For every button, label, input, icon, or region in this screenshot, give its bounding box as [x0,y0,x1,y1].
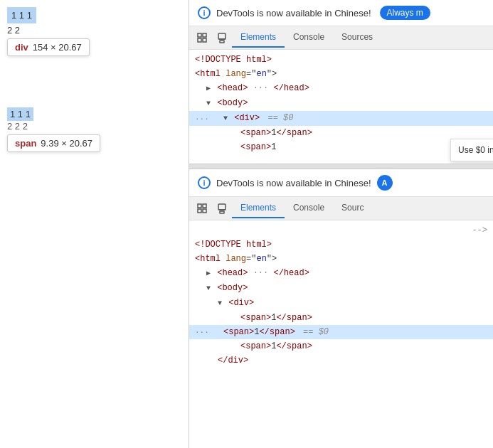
html-line-div-b: ▼ <div> [189,296,493,311]
devtools-tabs-top: Elements Console Sources [232,28,381,48]
info-icon-bottom: i [198,176,211,189]
always-button-bottom[interactable]: A [377,175,393,191]
html-line-doctype-b: <!DOCTYPE html> [189,238,493,252]
svg-rect-3 [203,38,206,42]
svg-rect-9 [198,209,201,213]
tab-console-top[interactable]: Console [285,28,333,48]
devtools-bottom: i DevTools is now available in Chinese! … [189,169,493,448]
notification-text-top: DevTools is now available in Chinese! [216,8,371,18]
svg-rect-0 [198,33,201,37]
tab-elements-bottom[interactable]: Elements [232,198,285,218]
svg-rect-10 [203,209,206,213]
html-line-doctype: <!DOCTYPE html> [189,53,493,67]
svg-rect-5 [220,41,224,43]
top-highlight-area: 1 1 1 2 2 div 154 × 20.67 [7,7,181,65]
inspector-icon-bottom[interactable] [192,197,212,220]
html-line-div-selected[interactable]: ··· ▼ <div> == $0 [189,111,493,126]
tab-sources-top[interactable]: Sources [333,28,381,48]
devtools-toolbar-top: Elements Console Sources [189,26,493,50]
html-line-head: ▶ <head> ··· </head> [189,81,493,96]
bottom-highlight-area: 1 1 1 2 2 2 span 9.39 × 20.67 [7,107,181,152]
html-line-span1-b: <span>1</span> [189,311,493,325]
html-line-body-b: ▼ <body> [189,281,493,296]
bottom-highlighted-text: 1 1 1 [7,107,33,121]
tab-sources-bottom[interactable]: Sourc [333,198,372,218]
tab-console-bottom[interactable]: Console [285,198,333,218]
html-line-body: ▼ <body> [189,96,493,111]
svg-rect-12 [220,211,224,213]
tooltip-div-size: 154 × 20.67 [33,42,82,53]
html-line-html-b: <html lang="en"> [189,252,493,266]
html-line-span2-partial: <span>1 Use $0 in the console to refer t… [189,140,493,154]
svg-rect-2 [198,38,201,42]
devtools-notification-bottom: i DevTools is now available in Chinese! … [189,169,493,197]
html-line-head-b: ▶ <head> ··· </head> [189,266,493,281]
tooltip-span-size: 9.39 × 20.67 [41,138,92,149]
device-icon[interactable] [212,26,232,49]
webpage-preview: 1 1 1 2 2 div 154 × 20.67 1 1 1 2 2 2 sp… [0,0,189,448]
bottom-numbers-row: 2 2 2 [7,121,181,132]
device-icon-bottom[interactable] [212,197,232,220]
notification-text-bottom: DevTools is now available in Chinese! [216,178,371,188]
span-tooltip: span 9.39 × 20.67 [7,134,100,152]
elements-content-top: <!DOCTYPE html> <html lang="en"> ▶ <head… [189,50,493,164]
svg-rect-7 [198,204,201,208]
tooltip-span-tag: span [15,138,36,149]
devtools-divider [189,164,493,169]
always-button-top[interactable]: Always m [380,6,430,20]
elements-content-bottom: --> <!DOCTYPE html> <html lang="en"> ▶ <… [189,220,493,448]
div-tooltip: div 154 × 20.67 [7,38,90,56]
inspector-icon[interactable] [192,26,212,49]
svg-rect-4 [218,33,226,39]
top-highlighted-text: 1 1 1 [7,7,36,23]
devtools-tabs-bottom: Elements Console Sourc [232,198,372,218]
html-line-div-close-b: </div> [189,353,493,368]
top-numbers-row: 2 2 [7,25,181,36]
devtools-toolbar-bottom: Elements Console Sourc [189,197,493,220]
svg-rect-11 [218,204,226,210]
tab-elements-top[interactable]: Elements [232,28,285,48]
html-line-span2-selected[interactable]: ··· <span>1</span> == $0 [189,325,493,339]
svg-rect-8 [203,204,206,208]
html-line-span3-b: <span>1</span> [189,339,493,353]
svg-rect-1 [203,33,206,37]
devtools-notification-top: i DevTools is now available in Chinese! … [189,0,493,26]
html-comment-line: --> [189,223,493,238]
devtools-panel: i DevTools is now available in Chinese! … [189,0,493,448]
info-icon-top: i [198,6,211,19]
console-tooltip: Use $0 in the console to refer to [450,139,493,161]
html-line-html: <html lang="en"> [189,67,493,81]
tooltip-div-tag: div [15,42,28,53]
html-line-span1: <span>1</span> [189,126,493,140]
